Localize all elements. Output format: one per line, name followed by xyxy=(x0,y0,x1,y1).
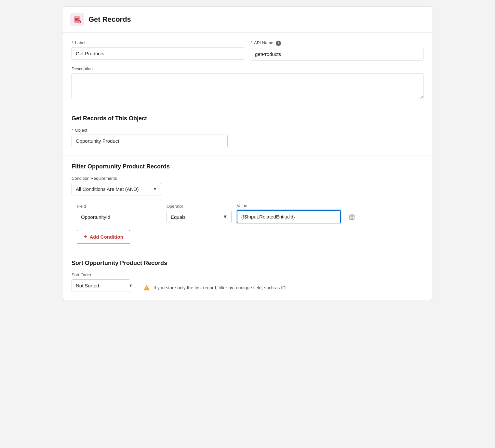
label-section: * Label * API Name i Description xyxy=(62,33,433,107)
sort-section: Sort Opportunity Product Records Sort Or… xyxy=(62,252,433,300)
panel-title: Get Records xyxy=(88,15,131,24)
sort-section-title: Sort Opportunity Product Records xyxy=(72,260,423,267)
api-name-label: * API Name i xyxy=(251,40,423,46)
sort-order-group: Sort Order Not Sorted Ascending Descendi… xyxy=(72,272,137,292)
svg-rect-7 xyxy=(350,216,354,219)
field-input[interactable] xyxy=(77,211,161,223)
object-input[interactable] xyxy=(72,135,228,147)
filter-section: Filter Opportunity Product Records Condi… xyxy=(62,155,433,252)
svg-text:!: ! xyxy=(146,286,147,290)
description-input[interactable] xyxy=(72,73,423,99)
sort-warning: ! If you store only the first record, fi… xyxy=(143,284,287,292)
operator-group: Operator Equals Not Equal To Greater Tha… xyxy=(167,204,232,223)
label-input[interactable] xyxy=(72,47,244,60)
filter-section-title: Filter Opportunity Product Records xyxy=(72,163,423,170)
api-name-input[interactable] xyxy=(251,48,423,60)
value-input[interactable] xyxy=(237,210,341,223)
operator-select[interactable]: Equals Not Equal To Greater Than Less Th… xyxy=(167,211,232,223)
api-name-group: * API Name i xyxy=(251,40,423,60)
add-condition-button[interactable]: + Add Condition xyxy=(77,230,130,244)
description-group: Description xyxy=(72,66,423,99)
panel-icon: R xyxy=(70,13,84,26)
condition-req-select[interactable]: All Conditions Are Met (AND) Any Conditi… xyxy=(72,183,161,195)
value-label: Value xyxy=(237,203,341,208)
condition-req-label: Condition Requirements xyxy=(72,176,423,181)
object-section: Get Records of This Object * Object xyxy=(62,107,433,155)
sort-order-label: Sort Order xyxy=(72,272,137,277)
svg-text:R: R xyxy=(78,21,80,24)
label-group: * Label xyxy=(72,40,244,60)
sort-order-select[interactable]: Not Sorted Ascending Descending xyxy=(72,279,130,292)
label-api-row: * Label * API Name i xyxy=(72,40,423,60)
field-label: Field xyxy=(77,204,161,209)
condition-req-group: Condition Requirements All Conditions Ar… xyxy=(72,176,423,195)
sort-row: Sort Order Not Sorted Ascending Descendi… xyxy=(72,272,423,292)
description-label: Description xyxy=(72,66,423,71)
object-label: * Object xyxy=(72,128,228,133)
object-section-title: Get Records of This Object xyxy=(72,115,423,122)
sort-order-select-wrap: Not Sorted Ascending Descending ▼ xyxy=(72,279,137,292)
api-name-info-icon[interactable]: i xyxy=(276,41,281,46)
filter-condition-row: Field Operator Equals Not Equal To Great… xyxy=(72,203,423,223)
delete-condition-button[interactable] xyxy=(346,211,358,223)
field-group: Field xyxy=(77,204,161,223)
warning-icon: ! xyxy=(143,284,150,291)
plus-icon: + xyxy=(84,233,87,240)
object-group: * Object xyxy=(72,128,228,147)
svg-rect-3 xyxy=(75,19,78,20)
sort-warning-text: If you store only the first record, filt… xyxy=(154,285,287,290)
panel-header: R Get Records xyxy=(62,7,433,33)
condition-req-select-wrap: All Conditions Are Met (AND) Any Conditi… xyxy=(72,183,161,195)
value-group: Value xyxy=(237,203,341,223)
get-records-panel: R Get Records * Label * API Name i xyxy=(62,7,433,300)
operator-label: Operator xyxy=(167,204,232,209)
operator-select-wrap: Equals Not Equal To Greater Than Less Th… xyxy=(167,211,232,223)
svg-rect-2 xyxy=(75,18,79,19)
label-field-label: * Label xyxy=(72,40,244,45)
